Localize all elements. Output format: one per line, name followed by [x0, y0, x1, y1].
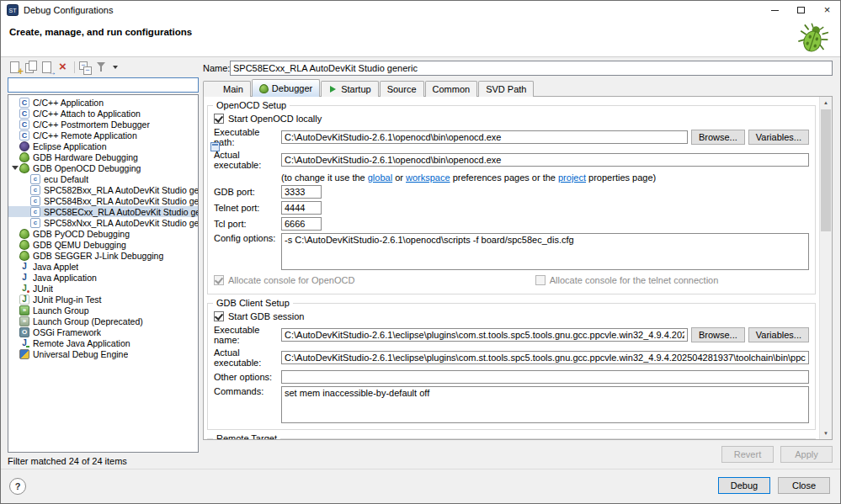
bug-banner-icon: [797, 23, 829, 55]
tab-debugger[interactable]: Debugger: [252, 79, 320, 97]
bug-icon: [19, 251, 29, 261]
help-button[interactable]: ?: [9, 478, 26, 495]
tree-item-label: SPC582Bxx_RLA AutoDevKit Studio generic: [44, 185, 198, 195]
tree-item[interactable]: JUnit: [8, 283, 198, 294]
debug-configurations-dialog: ST Debug Configurations × Create, manage…: [0, 0, 841, 504]
scroll-down-button[interactable]: ▼: [820, 427, 832, 439]
config-tree[interactable]: C/C++ ApplicationC/C++ Attach to Applica…: [8, 94, 199, 453]
browse-button[interactable]: Browse...: [691, 327, 745, 342]
telnet-port-label: Telnet port:: [214, 203, 281, 213]
revert-button[interactable]: Revert: [721, 446, 774, 463]
java-icon: [19, 262, 29, 272]
tree-item[interactable]: OSGi Framework: [8, 326, 198, 337]
hint-text: (to change it use the: [281, 172, 368, 183]
workspace-preferences-link[interactable]: workspace: [406, 172, 450, 183]
tree-item-label: C/C++ Application: [33, 98, 104, 108]
minimize-button[interactable]: [762, 1, 788, 19]
tree-item[interactable]: C/C++ Postmortem Debugger: [8, 119, 198, 130]
config-icon: [30, 207, 40, 217]
filter-menu-button[interactable]: [110, 60, 120, 75]
scrollbar-thumb[interactable]: [821, 109, 831, 231]
gdb-port-label: GDB port:: [214, 187, 281, 197]
bug-icon: [19, 240, 29, 250]
executable-path-input[interactable]: [281, 130, 688, 144]
duplicate-configuration-button[interactable]: [24, 60, 39, 75]
debugger-form: OpenOCD Setup Start OpenOCD locally Exec…: [207, 97, 816, 439]
filter-input[interactable]: [8, 77, 199, 93]
tree-item[interactable]: SPC58ECxx_RLA AutoDevKit Studio generic: [8, 206, 198, 217]
export-configuration-button[interactable]: [40, 60, 55, 75]
executable-path-row: Executable path: Browse... Variables...: [214, 127, 809, 147]
variables-button[interactable]: Variables...: [748, 327, 809, 342]
other-options-input[interactable]: [281, 370, 809, 384]
tree-item[interactable]: Universal Debug Engine: [8, 348, 198, 359]
other-options-row: Other options:: [214, 370, 809, 384]
tab-common[interactable]: Common: [425, 81, 478, 97]
name-input[interactable]: [230, 61, 833, 76]
tree-item[interactable]: GDB OpenOCD Debugging: [8, 162, 198, 173]
tab-svd-path[interactable]: SVD Path: [478, 81, 534, 97]
telnet-port-input[interactable]: [281, 201, 322, 215]
tree-item[interactable]: C/C++ Attach to Application: [8, 108, 198, 119]
tree-item[interactable]: Java Application: [8, 272, 198, 283]
project-properties-link[interactable]: project: [558, 172, 586, 183]
variables-button[interactable]: Variables...: [748, 130, 809, 145]
tree-item[interactable]: GDB PyOCD Debugging: [8, 228, 198, 239]
tab-source[interactable]: Source: [380, 81, 424, 97]
close-dialog-button[interactable]: Close: [778, 477, 830, 494]
actual-executable-input[interactable]: [281, 153, 809, 167]
tree-item[interactable]: SPC584Bxx_RLA AutoDevKit Studio generic: [8, 195, 198, 206]
tree-item[interactable]: Launch Group (Deprecated): [8, 316, 198, 326]
gdb-actual-executable-label: Actual executable:: [214, 347, 281, 368]
config-options-label: Config options:: [214, 233, 281, 243]
svg-text:ST: ST: [9, 8, 18, 13]
commands-input[interactable]: set mem inaccessible-by-default off: [281, 386, 809, 423]
new-configuration-button[interactable]: [8, 60, 23, 75]
gdb-executable-name-label: Executable name:: [214, 325, 281, 345]
tree-item[interactable]: Java Applet: [8, 261, 198, 272]
tree-item[interactable]: GDB QEMU Debugging: [8, 239, 198, 250]
gdb-port-input[interactable]: [281, 185, 322, 199]
tree-item[interactable]: SPC582Bxx_RLA AutoDevKit Studio generic: [8, 184, 198, 195]
tab-main[interactable]: Main: [203, 81, 251, 97]
start-openocd-checkbox[interactable]: [214, 114, 224, 124]
allocate-console-openocd-checkbox[interactable]: [214, 275, 224, 285]
filter-button[interactable]: [94, 60, 109, 75]
config-options-input[interactable]: -s C:\AutoDevKitStudio-2.6.1\openocd\scr…: [281, 233, 809, 270]
tree-item[interactable]: Eclipse Application: [8, 141, 198, 151]
expand-arrow-icon[interactable]: [11, 166, 19, 170]
global-preferences-link[interactable]: global: [368, 172, 392, 183]
junit-icon: [19, 284, 29, 294]
tab-startup[interactable]: Startup: [321, 81, 378, 97]
apply-button[interactable]: Apply: [780, 446, 833, 463]
titlebar: ST Debug Configurations ×: [1, 1, 840, 19]
scroll-up-button[interactable]: ▲: [820, 97, 832, 109]
tree-item-label: GDB Hardware Debugging: [33, 152, 138, 162]
browse-button[interactable]: Browse...: [691, 130, 745, 145]
collapse-all-button[interactable]: [78, 60, 93, 75]
gdb-executable-name-input[interactable]: [281, 328, 688, 342]
tree-item[interactable]: GDB SEGGER J-Link Debugging: [8, 250, 198, 261]
maximize-button[interactable]: [788, 1, 814, 19]
start-gdb-session-checkbox[interactable]: [214, 311, 224, 321]
configurations-toolbar: [8, 59, 199, 76]
gdb-actual-executable-input[interactable]: [281, 351, 809, 364]
change-hint: (to change it use the global or workspac…: [281, 172, 656, 183]
tree-item[interactable]: GDB Hardware Debugging: [8, 151, 198, 162]
vertical-scrollbar[interactable]: ▲ ▼: [819, 97, 832, 439]
tcl-port-label: Tcl port:: [214, 219, 281, 229]
tree-item[interactable]: ecu Default: [8, 173, 198, 184]
tcl-port-input[interactable]: [281, 217, 322, 231]
tree-item[interactable]: C/C++ Remote Application: [8, 130, 198, 141]
delete-configuration-button[interactable]: [56, 60, 71, 75]
actual-executable-label: Actual executable:: [214, 150, 281, 170]
close-button[interactable]: ×: [814, 1, 840, 19]
debug-button[interactable]: Debug: [718, 477, 770, 494]
allocate-console-telnet-checkbox[interactable]: [535, 275, 546, 285]
debugger-tab-content: OpenOCD Setup Start OpenOCD locally Exec…: [203, 96, 833, 440]
tree-item[interactable]: Launch Group: [8, 305, 198, 316]
tree-item[interactable]: SPC58xNxx_RLA AutoDevKit Studio generic: [8, 217, 198, 228]
tree-item[interactable]: JUnit Plug-in Test: [8, 294, 198, 305]
tree-item[interactable]: Remote Java Application: [8, 337, 198, 348]
tree-item[interactable]: C/C++ Application: [8, 97, 198, 108]
